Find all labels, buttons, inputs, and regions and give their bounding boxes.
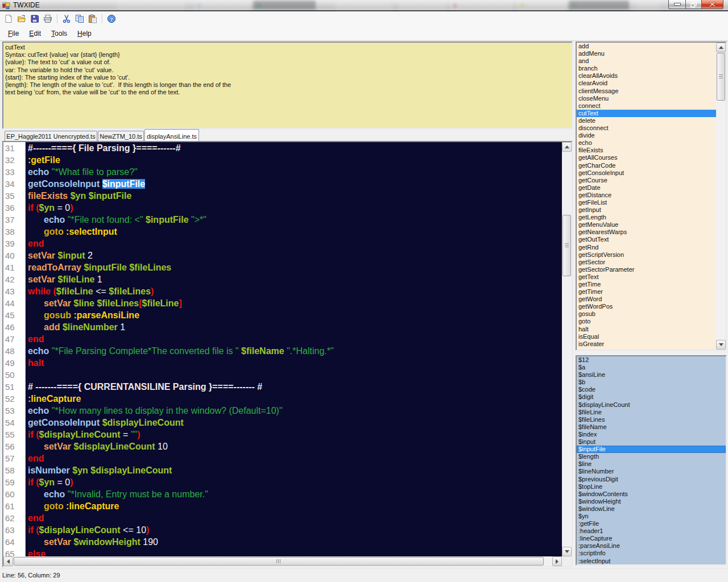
command-item[interactable]: cutText [577,110,716,117]
code-line[interactable]: end [26,452,562,464]
save-icon[interactable] [30,14,39,23]
code-line[interactable]: getConsoleInput $inputFile [26,178,562,190]
variable-item[interactable]: $windowHeight [577,498,726,505]
variable-item[interactable]: $length [577,453,726,460]
title-bar[interactable]: TWXIDE [0,0,728,11]
scroll-up-button[interactable] [562,142,572,152]
command-item[interactable]: getFileList [577,199,716,206]
command-item[interactable]: getDistance [577,192,716,199]
command-item[interactable]: goto [577,318,716,325]
variable-item[interactable]: $fileLines [577,416,726,423]
variable-item[interactable]: $windowLine [577,505,726,513]
command-item[interactable]: isGreater [577,340,716,348]
command-item[interactable]: getWordPos [577,303,716,310]
variable-item[interactable]: $inputFile [577,446,726,453]
code-line[interactable]: goto :selectInput [26,226,562,238]
command-item[interactable]: clearAllAvoids [577,72,716,80]
variable-item[interactable]: $windowContents [577,490,726,498]
command-item[interactable]: getConsoleInput [577,169,716,177]
command-item[interactable]: clientMessage [577,88,716,95]
command-item[interactable]: disconnect [577,124,716,132]
variable-item[interactable]: $yn [577,513,726,520]
variable-item[interactable]: $code [577,386,726,393]
variable-item[interactable]: $index [577,431,726,438]
variable-item[interactable]: $displayLineCount [577,401,726,409]
command-item[interactable]: gosub [577,310,716,318]
code-line[interactable]: #------===={ File Parsing }====------# [26,142,562,154]
tab-NewZTM_10.ts[interactable]: NewZTM_10.ts [98,131,144,141]
command-item[interactable]: addMenu [577,50,716,57]
variable-item[interactable]: :header1 [577,527,726,535]
menu-help[interactable]: Help [72,28,97,39]
command-item[interactable]: divide [577,132,716,139]
code-line[interactable]: setVar $displayLineCount 10 [26,440,562,452]
menu-file[interactable]: File [3,28,24,39]
command-item[interactable]: getInput [577,206,716,214]
variable-item[interactable]: $b [577,379,726,386]
variable-item[interactable]: $topLine [577,483,726,490]
variable-item[interactable]: $previousDigit [577,476,726,483]
command-item[interactable]: getCourse [577,177,716,184]
menu-tools[interactable]: Tools [46,28,72,39]
code-line[interactable]: setVar $input 2 [26,250,562,261]
command-item[interactable]: getTime [577,281,716,288]
code-line[interactable]: :lineCapture [26,393,562,405]
variable-item[interactable]: :scriptInfo [577,550,726,557]
code-line[interactable]: fileExists $yn $inputFile [26,190,562,202]
code-line[interactable]: if ($displayLineCount = "") [26,429,562,440]
command-item[interactable]: halt [577,326,716,333]
command-item[interactable]: connect [577,102,716,110]
print-icon[interactable] [43,14,52,23]
code-line[interactable]: if ($yn = 0) [26,476,562,488]
tab-EP_Haggle2011 Unencrypted.ts[interactable]: EP_Haggle2011 Unencrypted.ts [5,131,97,141]
variable-item[interactable]: :lineCapture [577,535,726,542]
new-file-icon[interactable] [4,14,13,23]
scrollbar-thumb[interactable] [14,557,544,566]
command-item[interactable]: getTimer [577,288,716,296]
command-item[interactable]: getRnd [577,244,716,251]
help-icon[interactable]: ? [107,14,116,23]
code-line[interactable]: gosub :parseAnsiLine [26,309,562,321]
scrollbar-thumb[interactable] [562,215,571,276]
variable-item[interactable]: $fileName [577,423,726,431]
copy-icon[interactable] [75,14,84,23]
scroll-down-button[interactable] [562,547,572,556]
code-line[interactable]: setVar $fileLine 1 [26,273,562,285]
scroll-right-button[interactable] [552,556,562,566]
menu-edit[interactable]: Edit [24,28,46,39]
command-item[interactable]: getText [577,273,716,281]
code-line[interactable]: getConsoleInput $displayLineCount [26,417,562,429]
command-item[interactable]: getMenuValue [577,221,716,228]
code-line[interactable]: else [26,548,562,556]
variable-item[interactable]: $lineNumber [577,468,726,475]
code-line[interactable]: end [26,333,562,345]
command-item[interactable]: closeMenu [577,95,716,102]
command-item[interactable]: getDate [577,184,716,192]
variables-list[interactable]: $12$a$ansiLine$b$code$digit$displayLineC… [576,355,727,566]
cut-icon[interactable] [62,14,71,23]
variable-item[interactable]: :selectInput [577,558,726,565]
variable-item[interactable]: $input [577,438,726,446]
code-line[interactable]: echo "*What file to parse?" [26,166,562,178]
command-item[interactable]: getSectorParameter [577,266,716,273]
command-item[interactable]: getOutText [577,236,716,243]
command-item[interactable]: add [577,43,716,50]
command-item[interactable]: getSector [577,259,716,266]
code-line[interactable]: setVar $windowHeight 190 [26,536,562,548]
code-editor[interactable]: #------===={ File Parsing }====------#:g… [26,142,562,556]
code-line[interactable]: end [26,238,562,250]
paste-icon[interactable] [88,14,97,23]
code-line[interactable]: end [26,512,562,524]
restore-button[interactable] [685,0,702,9]
scrollbar-thumb[interactable] [717,53,725,101]
command-item[interactable]: delete [577,117,716,124]
command-item[interactable]: getScriptVersion [577,251,716,259]
scroll-left-button[interactable] [3,556,13,566]
code-line[interactable]: echo "*File Parsing Complete*The convert… [26,345,562,357]
command-item[interactable]: isEqual [577,333,716,340]
commands-list[interactable]: addaddMenuandbranchclearAllAvoidsclearAv… [576,41,727,351]
variable-item[interactable]: $ansiLine [577,371,726,379]
command-item[interactable]: getWord [577,296,716,303]
command-item[interactable]: getNearestWarps [577,228,716,236]
command-item[interactable]: getAllCourses [577,154,716,161]
